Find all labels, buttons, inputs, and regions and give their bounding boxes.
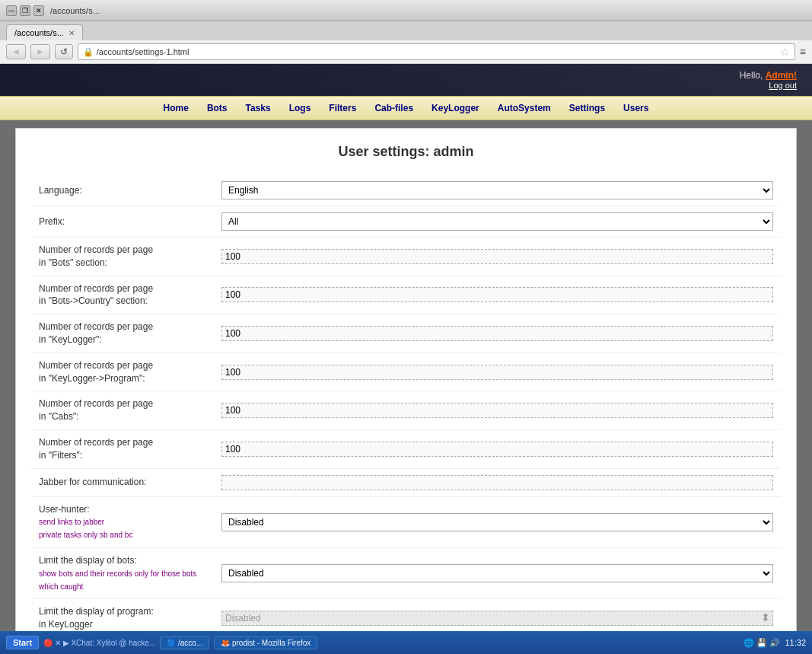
prefix-select[interactable]: All xyxy=(221,212,773,231)
tab-close-button[interactable]: ✕ xyxy=(68,29,75,37)
records-filters-label1: Number of records per page xyxy=(39,437,153,448)
window-controls[interactable]: — ❐ ✕ xyxy=(6,5,44,16)
jabber-label: Jabber for communication: xyxy=(39,477,146,487)
language-row: Language: English xyxy=(31,175,781,206)
limit-prog-keylogger-sub: in KeyLogger xyxy=(39,619,93,630)
jabber-input[interactable] xyxy=(221,475,773,490)
records-keylogger-row: Number of records per page in "KeyLogger… xyxy=(31,314,781,353)
nav-users[interactable]: Users xyxy=(614,101,658,115)
language-label: Language: xyxy=(39,185,82,196)
records-keylogger-prog-label2: in "KeyLogger->Program": xyxy=(39,373,145,384)
records-keylogger-input[interactable] xyxy=(221,326,773,341)
admin-link[interactable]: Admin! xyxy=(766,70,797,81)
records-bots-country-label1: Number of records per page xyxy=(39,283,153,294)
browser-chrome: — ❐ ✕ /accounts/s... /accounts/s... ✕ ◄ … xyxy=(0,0,812,64)
user-hunter-label: User-hunter: xyxy=(39,504,90,515)
settings-table: Language: English Prefix: All xyxy=(31,175,781,654)
records-filters-row: Number of records per page in "Filters": xyxy=(31,429,781,468)
language-select[interactable]: English xyxy=(221,181,773,199)
nav-home[interactable]: Home xyxy=(154,101,198,115)
records-filters-input[interactable] xyxy=(221,442,773,457)
records-bots-input[interactable] xyxy=(221,249,773,264)
nav-settings[interactable]: Settings xyxy=(560,101,614,115)
records-cabs-row: Number of records per page in "Cabs": xyxy=(31,391,781,430)
prefix-label: Prefix: xyxy=(39,216,65,227)
records-bots-label2: in "Bots" section: xyxy=(39,257,107,268)
limit-prog-keylogger-label: Limit the display of program: xyxy=(39,606,154,617)
forward-button[interactable]: ► xyxy=(30,44,50,59)
records-bots-row: Number of records per page in "Bots" sec… xyxy=(31,238,781,276)
records-keylogger-label1: Number of records per page xyxy=(39,321,153,332)
limit-bots-row: Limit the display of bots: show bots and… xyxy=(31,547,781,598)
records-keylogger-prog-label1: Number of records per page xyxy=(39,360,153,371)
nav-filters[interactable]: Filters xyxy=(320,101,365,115)
jabber-row: Jabber for communication: xyxy=(31,468,781,496)
user-hunter-hint2: private tasks only sb and bc xyxy=(39,531,132,539)
limit-bots-label: Limit the display of bots: xyxy=(39,555,137,566)
prefix-row: Prefix: All xyxy=(31,206,781,238)
records-bots-country-input[interactable] xyxy=(221,287,773,302)
minimize-button[interactable]: — xyxy=(6,5,17,16)
url-bar[interactable]: 🔒 /accounts/settings-1.html ☆ xyxy=(78,43,795,60)
page-content: Hello, Admin! Log out Home Bots Tasks Lo… xyxy=(0,64,812,654)
nav-autosystem[interactable]: AutoSystem xyxy=(489,101,560,115)
main-area: User settings: admin Language: English P… xyxy=(15,128,797,654)
nav-tasks[interactable]: Tasks xyxy=(237,101,280,115)
nav-keylogger[interactable]: KeyLogger xyxy=(422,101,489,115)
records-bots-label1: Number of records per page xyxy=(39,244,153,255)
logout-link[interactable]: Log out xyxy=(15,81,797,90)
nav-logs[interactable]: Logs xyxy=(280,101,320,115)
browser-tab[interactable]: /accounts/s... ✕ xyxy=(6,24,83,40)
url-text: /accounts/settings-1.html xyxy=(97,47,777,56)
taskbar-time: 11:32 xyxy=(785,638,806,647)
nav-menu: Home Bots Tasks Logs Filters Cab-files K… xyxy=(0,96,812,120)
title-bar: — ❐ ✕ /accounts/s... xyxy=(0,0,812,21)
limit-bots-hint: show bots and their records only for tho… xyxy=(39,569,196,591)
maximize-button[interactable]: ❐ xyxy=(20,5,30,16)
reload-button[interactable]: ↺ xyxy=(55,44,73,59)
records-bots-country-row: Number of records per page in "Bots->Cou… xyxy=(31,276,781,314)
bookmark-icon[interactable]: ☆ xyxy=(780,46,790,58)
header-bar: Hello, Admin! Log out xyxy=(0,64,812,96)
tab-label: /accounts/s... xyxy=(14,28,64,37)
user-hunter-select[interactable]: Disabled xyxy=(221,513,773,531)
close-button[interactable]: ✕ xyxy=(33,5,44,16)
limit-bots-select[interactable]: Disabled xyxy=(221,564,773,582)
page-title: User settings: admin xyxy=(31,144,781,160)
back-button[interactable]: ◄ xyxy=(6,44,26,59)
records-filters-label2: in "Filters": xyxy=(39,450,82,461)
user-hunter-row: User-hunter: send links to jabber privat… xyxy=(31,496,781,547)
hello-text: Hello, Admin! xyxy=(740,70,797,81)
records-keylogger-prog-row: Number of records per page in "KeyLogger… xyxy=(31,353,781,391)
tab-bar: /accounts/s... ✕ xyxy=(0,21,812,40)
nav-bar: ◄ ► ↺ 🔒 /accounts/settings-1.html ☆ ≡ xyxy=(0,40,812,64)
records-bots-country-label2: in "Bots->Country" section: xyxy=(39,295,148,306)
user-hunter-hint1: send links to jabber xyxy=(39,518,104,526)
menu-icon[interactable]: ≡ xyxy=(800,46,806,58)
records-keylogger-label2: in "KeyLogger": xyxy=(39,334,102,345)
nav-cabfiles[interactable]: Cab-files xyxy=(365,101,422,115)
browser-title: /accounts/s... xyxy=(50,6,100,15)
limit-prog-keylogger-input[interactable] xyxy=(221,611,773,626)
nav-bots[interactable]: Bots xyxy=(198,101,237,115)
records-cabs-label2: in "Cabs": xyxy=(39,411,79,422)
records-keylogger-prog-input[interactable] xyxy=(221,365,773,380)
records-cabs-input[interactable] xyxy=(221,403,773,418)
records-cabs-label1: Number of records per page xyxy=(39,398,153,409)
